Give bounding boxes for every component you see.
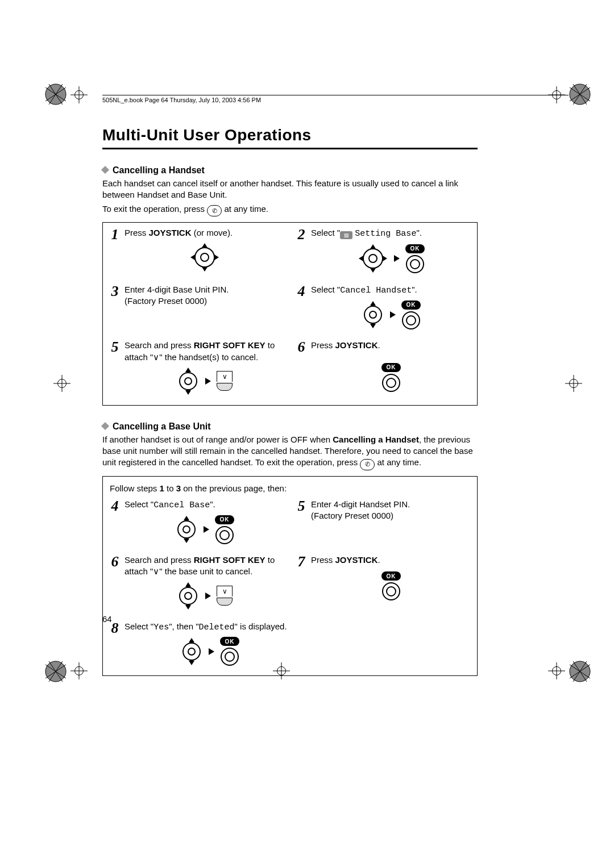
step-6b: 6 Search and press RIGHT SOFT KEY to att… bbox=[109, 554, 285, 611]
svg-point-45 bbox=[183, 526, 190, 533]
arrow-right-icon bbox=[394, 255, 400, 262]
right-soft-key-icon: ∨ bbox=[217, 586, 233, 606]
svg-point-31 bbox=[369, 254, 377, 262]
step-4: 4 Select "Cancel Handset". bbox=[295, 284, 471, 329]
section-heading: Cancelling a Handset bbox=[102, 165, 478, 176]
svg-marker-26 bbox=[202, 243, 208, 248]
svg-point-37 bbox=[370, 311, 376, 318]
section1-paragraph: Each handset can cancel itself or anothe… bbox=[102, 178, 478, 201]
svg-point-40 bbox=[180, 373, 197, 390]
arrow-right-icon bbox=[205, 378, 211, 385]
svg-marker-28 bbox=[190, 254, 195, 260]
svg-marker-33 bbox=[370, 268, 376, 273]
arrow-right-icon bbox=[209, 648, 214, 655]
svg-marker-51 bbox=[185, 605, 191, 610]
step-5: 5 Search and press RIGHT SOFT KEY to att… bbox=[109, 340, 285, 396]
svg-point-36 bbox=[364, 306, 381, 323]
svg-point-52 bbox=[183, 643, 200, 660]
diamond-bullet-icon bbox=[101, 422, 109, 430]
arrow-right-icon bbox=[205, 592, 211, 599]
right-soft-key-icon: ∨ bbox=[217, 371, 233, 391]
arrow-right-icon bbox=[204, 526, 209, 533]
section1-exit-line: To exit the operation, press ✆ at any ti… bbox=[102, 203, 478, 215]
steps-lead: Follow steps 1 to 3 on the previous page… bbox=[110, 483, 471, 493]
ok-button-icon: OK bbox=[401, 301, 421, 329]
section-heading-text: Cancelling a Base Unit bbox=[113, 422, 211, 431]
joystick-vertical-icon bbox=[177, 366, 200, 396]
ok-button-icon: OK bbox=[220, 637, 239, 666]
step-8b: 8 Select "Yes", then "Deleted" is displa… bbox=[109, 621, 471, 666]
svg-marker-54 bbox=[189, 638, 194, 642]
diamond-bullet-icon bbox=[101, 166, 109, 174]
joystick-vertical-icon bbox=[362, 300, 384, 329]
svg-point-41 bbox=[185, 378, 192, 385]
step-1: 1 Press JOYSTICK (or move). bbox=[109, 227, 285, 274]
svg-marker-38 bbox=[370, 301, 376, 306]
joystick-vertical-icon bbox=[175, 515, 198, 544]
svg-point-49 bbox=[185, 592, 192, 599]
registration-mark-icon bbox=[548, 662, 565, 679]
step-4b: 4 Select "Cancel Base". bbox=[109, 499, 285, 544]
registration-mark-icon bbox=[53, 375, 70, 392]
step-5b: 5 Enter 4-digit Handset PIN. (Factory Pr… bbox=[295, 499, 471, 544]
svg-marker-55 bbox=[189, 661, 194, 665]
page-number: 64 bbox=[102, 614, 112, 624]
joystick-vertical-icon bbox=[180, 637, 203, 666]
ok-button-icon: OK bbox=[405, 244, 425, 273]
svg-point-44 bbox=[178, 521, 195, 538]
svg-marker-47 bbox=[184, 539, 189, 543]
registration-mark-icon bbox=[70, 86, 88, 103]
ok-button-icon: OK bbox=[381, 363, 401, 392]
hangup-icon: ✆ bbox=[207, 205, 222, 216]
svg-marker-29 bbox=[214, 254, 219, 260]
menu-chip-icon: ▧ bbox=[340, 231, 352, 239]
step-3: 3 Enter 4-digit Base Unit PIN. (Factory … bbox=[109, 284, 285, 329]
section-heading-text: Cancelling a Handset bbox=[113, 165, 205, 175]
print-mark-icon bbox=[569, 660, 591, 683]
svg-point-24 bbox=[195, 248, 214, 267]
svg-marker-50 bbox=[185, 582, 191, 587]
steps-box-cancel-base: Follow steps 1 to 3 on the previous page… bbox=[102, 476, 478, 676]
print-mark-icon bbox=[44, 83, 67, 106]
svg-marker-27 bbox=[202, 267, 208, 272]
svg-marker-43 bbox=[185, 390, 191, 395]
joystick-4way-icon bbox=[189, 242, 220, 273]
section-heading: Cancelling a Base Unit bbox=[102, 422, 478, 432]
step-2: 2 Select "▧ Setting Base". bbox=[295, 227, 471, 274]
arrow-right-icon bbox=[390, 311, 396, 318]
print-mark-icon bbox=[569, 83, 591, 106]
svg-point-53 bbox=[188, 648, 195, 655]
content-area: Multi-Unit User Operations Cancelling a … bbox=[102, 126, 478, 676]
joystick-vertical-icon bbox=[177, 581, 200, 611]
header-text: 505NL_e.book Page 64 Thursday, July 10, … bbox=[102, 97, 261, 103]
svg-point-25 bbox=[201, 253, 209, 261]
svg-marker-46 bbox=[184, 516, 189, 520]
page-title: Multi-Unit User Operations bbox=[102, 126, 478, 149]
joystick-4way-icon bbox=[358, 243, 388, 274]
svg-marker-39 bbox=[370, 324, 376, 328]
steps-box-cancel-handset: 1 Press JOYSTICK (or move). bbox=[102, 222, 478, 406]
ok-button-icon: OK bbox=[381, 571, 401, 600]
print-mark-icon bbox=[44, 660, 67, 683]
svg-marker-32 bbox=[370, 244, 376, 249]
section2-paragraph: If another handset is out of range and/o… bbox=[102, 434, 478, 469]
svg-marker-35 bbox=[383, 256, 387, 261]
svg-marker-34 bbox=[359, 256, 363, 261]
ok-button-icon: OK bbox=[215, 515, 234, 544]
svg-point-30 bbox=[363, 249, 383, 268]
page-header-line: 505NL_e.book Page 64 Thursday, July 10, … bbox=[102, 95, 569, 103]
step-7b: 7 Press JOYSTICK. OK bbox=[295, 554, 471, 611]
hangup-icon: ✆ bbox=[360, 459, 375, 470]
step-6: 6 Press JOYSTICK. OK bbox=[295, 340, 471, 396]
registration-mark-icon bbox=[70, 662, 88, 679]
registration-mark-icon bbox=[565, 375, 582, 392]
svg-marker-42 bbox=[185, 368, 191, 372]
manual-page: 505NL_e.book Page 64 Thursday, July 10, … bbox=[0, 0, 614, 868]
svg-point-48 bbox=[180, 587, 197, 604]
